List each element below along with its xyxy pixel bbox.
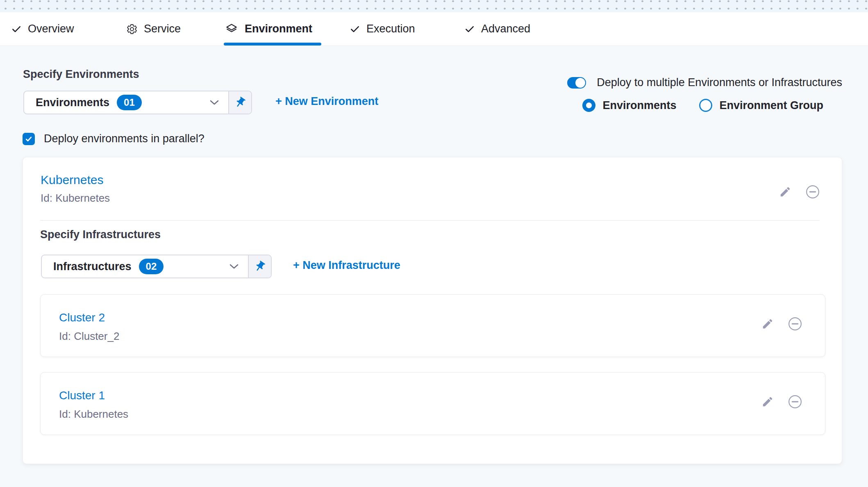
deploy-parallel-checkbox[interactable] bbox=[23, 133, 35, 145]
remove-minus-circle-icon bbox=[788, 317, 802, 331]
infrastructures-count-badge: 02 bbox=[139, 259, 164, 275]
edit-infrastructure-button[interactable] bbox=[761, 395, 775, 409]
remove-infrastructure-button[interactable] bbox=[788, 395, 802, 409]
tab-label: Overview bbox=[28, 23, 74, 35]
tab-service[interactable]: Service bbox=[126, 12, 181, 46]
environment-card-kubernetes: Kubernetes Id: Kubernetes Specify Infras… bbox=[23, 157, 842, 464]
active-tab-underline bbox=[224, 43, 321, 46]
remove-infrastructure-button[interactable] bbox=[788, 317, 802, 331]
deploy-parallel-row: Deploy environments in parallel? bbox=[23, 132, 205, 145]
tab-label: Advanced bbox=[481, 23, 530, 35]
new-environment-link[interactable]: + New Environment bbox=[275, 95, 378, 108]
infrastructure-title-link[interactable]: Cluster 1 bbox=[59, 389, 105, 402]
pin-icon bbox=[232, 94, 249, 111]
remove-minus-circle-icon bbox=[806, 185, 820, 199]
tab-label: Environment bbox=[245, 23, 312, 35]
infrastructures-dropdown[interactable]: Infrastructures 02 bbox=[41, 255, 272, 278]
infrastructure-card-cluster-1: Cluster 1 Id: Kubernetes bbox=[40, 372, 825, 435]
edit-pencil-icon bbox=[761, 318, 774, 330]
environments-dropdown-value[interactable]: Environments 01 bbox=[24, 91, 228, 114]
tab-label: Execution bbox=[366, 23, 415, 35]
edit-pencil-icon bbox=[779, 186, 791, 198]
specify-infrastructures-heading: Specify Infrastructures bbox=[40, 228, 161, 241]
infrastructure-id-text: Id: Cluster_2 bbox=[59, 330, 119, 343]
tab-label: Service bbox=[144, 23, 181, 35]
chevron-down-icon bbox=[229, 264, 239, 270]
remove-minus-circle-icon bbox=[788, 395, 802, 409]
environments-count-badge: 01 bbox=[117, 95, 142, 111]
deploy-parallel-label: Deploy environments in parallel? bbox=[44, 132, 205, 145]
pin-infrastructures-button[interactable] bbox=[248, 255, 271, 278]
dropdown-label: Environments bbox=[36, 96, 109, 109]
infrastructures-dropdown-value[interactable]: Infrastructures 02 bbox=[42, 255, 248, 278]
edit-pencil-icon bbox=[761, 396, 774, 408]
dropdown-label: Infrastructures bbox=[53, 260, 132, 273]
tab-environment[interactable]: Environment bbox=[225, 12, 312, 46]
check-icon bbox=[464, 24, 475, 34]
toggle-knob bbox=[575, 78, 585, 88]
pin-icon bbox=[251, 258, 268, 275]
pipeline-stage-config-page: Overview Service Environment Execution A… bbox=[0, 0, 868, 487]
infrastructure-title-link[interactable]: Cluster 2 bbox=[59, 311, 105, 324]
stage-tabbar: Overview Service Environment Execution A… bbox=[0, 12, 868, 46]
radio-environment-group[interactable]: Environment Group bbox=[699, 99, 823, 112]
environment-layers-icon bbox=[225, 22, 239, 36]
new-infrastructure-link[interactable]: + New Infrastructure bbox=[293, 259, 400, 272]
environment-title-link[interactable]: Kubernetes bbox=[41, 173, 103, 187]
environments-dropdown[interactable]: Environments 01 bbox=[23, 91, 252, 114]
environment-id-text: Id: Kubernetes bbox=[41, 192, 110, 205]
multi-env-toggle[interactable] bbox=[567, 77, 586, 89]
multi-env-toggle-row: Deploy to multiple Environments or Infra… bbox=[567, 76, 842, 89]
edit-environment-button[interactable] bbox=[778, 185, 792, 199]
tab-overview[interactable]: Overview bbox=[11, 12, 74, 46]
remove-environment-button[interactable] bbox=[806, 185, 820, 199]
pin-environments-button[interactable] bbox=[228, 91, 251, 114]
chevron-down-icon bbox=[209, 100, 219, 106]
edit-infrastructure-button[interactable] bbox=[761, 317, 775, 331]
multi-env-toggle-label: Deploy to multiple Environments or Infra… bbox=[597, 76, 842, 89]
gear-icon bbox=[126, 23, 138, 35]
check-icon bbox=[25, 135, 33, 143]
dotted-canvas-band bbox=[0, 0, 868, 12]
tab-execution[interactable]: Execution bbox=[350, 12, 415, 46]
radio-selected-icon[interactable] bbox=[582, 99, 595, 112]
card-divider bbox=[40, 220, 820, 221]
infrastructure-card-cluster-2: Cluster 2 Id: Cluster_2 bbox=[40, 294, 825, 357]
radio-unselected-icon[interactable] bbox=[699, 99, 712, 112]
check-icon bbox=[11, 24, 22, 34]
specify-environments-heading: Specify Environments bbox=[23, 68, 139, 81]
check-icon bbox=[350, 24, 360, 34]
radio-environments[interactable]: Environments bbox=[582, 99, 676, 112]
env-type-radio-group: Environments Environment Group bbox=[582, 99, 823, 112]
infrastructure-id-text: Id: Kubernetes bbox=[59, 408, 128, 421]
tab-advanced[interactable]: Advanced bbox=[464, 12, 530, 46]
